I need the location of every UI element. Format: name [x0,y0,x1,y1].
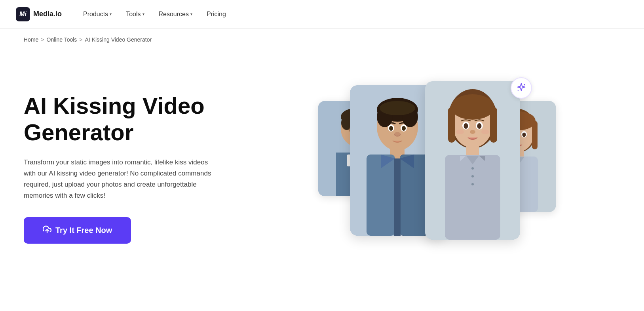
svg-point-64 [522,132,526,137]
logo-link[interactable]: Mi Media.io [16,7,62,21]
svg-point-69 [524,84,525,86]
chevron-down-icon: ▾ [190,12,192,16]
svg-point-54 [471,183,474,185]
nav-item-pricing[interactable]: Pricing [201,8,232,21]
image-collage-container [318,77,556,259]
nav-pricing-label: Pricing [207,11,226,18]
page-title: AI Kissing Video Generator [24,93,230,145]
hero-left: AI Kissing Video Generator Transform you… [24,93,230,244]
nav-products-label: Products [83,11,108,18]
cta-label: Try It Free Now [55,226,112,235]
svg-point-41 [464,123,468,129]
svg-rect-39 [490,107,497,143]
svg-rect-38 [448,107,455,143]
logo-letter: Mi [19,11,27,18]
nav-item-resources[interactable]: Resources ▾ [153,8,198,21]
navbar: Mi Media.io Products ▾ Tools ▾ Resources… [0,0,644,29]
nav-links: Products ▾ Tools ▾ Resources ▾ Pricing [78,8,628,21]
main-content: AI Kissing Video Generator Transform you… [0,43,644,301]
svg-rect-33 [394,158,401,236]
breadcrumb-current: AI Kissing Video Generator [85,36,152,43]
svg-rect-60 [532,121,538,149]
svg-point-46 [481,130,489,134]
breadcrumb-home[interactable]: Home [24,36,38,43]
svg-point-43 [477,123,481,129]
hero-image-collage [253,73,620,263]
svg-point-70 [517,90,518,91]
svg-point-44 [470,130,475,134]
nav-resources-label: Resources [159,11,189,18]
try-free-button[interactable]: Try It Free Now [24,217,131,244]
hero-description: Transform your static images into romant… [24,157,222,201]
nav-item-tools[interactable]: Tools ▾ [120,8,150,21]
nav-tools-label: Tools [126,11,141,18]
svg-point-45 [456,130,464,134]
breadcrumb-separator-2: > [79,36,82,43]
chevron-down-icon: ▾ [142,12,144,16]
brand-name: Media.io [33,10,62,18]
svg-point-20 [380,101,415,115]
svg-point-53 [471,175,474,177]
upload-cloud-icon [43,225,51,236]
breadcrumb-tools[interactable]: Online Tools [47,36,77,43]
star-badge [511,77,532,99]
logo-icon: Mi [16,7,30,21]
breadcrumb-separator: > [41,36,44,43]
female-front-card [425,81,520,240]
svg-point-22 [389,126,393,131]
sparkle-icon [516,82,527,93]
breadcrumb: Home > Online Tools > AI Kissing Video G… [0,29,644,43]
svg-point-52 [471,167,474,170]
svg-point-37 [451,94,494,120]
nav-item-products[interactable]: Products ▾ [78,8,117,21]
svg-point-24 [402,126,406,131]
chevron-down-icon: ▾ [110,12,112,16]
